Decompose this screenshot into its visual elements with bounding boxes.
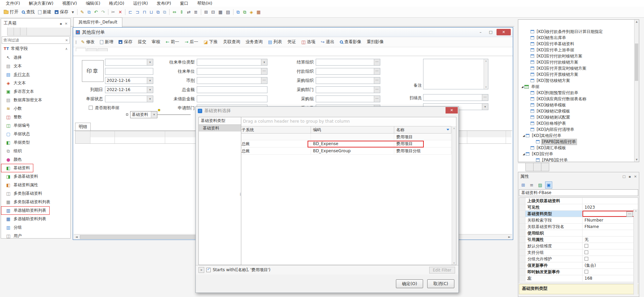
toolbar-item[interactable] — [77, 9, 77, 15]
remark-textarea[interactable]: ∧∨ — [423, 59, 488, 89]
tree-item[interactable]: [KD]应付开票定时核销方案 — [518, 65, 639, 71]
business-query-button[interactable]: 业务查询 — [243, 39, 265, 45]
tree-item[interactable]: [KD]销售出库单 — [518, 35, 639, 41]
grid-column-header[interactable] — [75, 131, 90, 137]
date-field[interactable]: 2022-12-16 — [105, 77, 153, 84]
property-value[interactable]: 168 — [582, 275, 638, 281]
find-button[interactable]: 查找 — [20, 8, 36, 16]
checkbox[interactable] — [585, 257, 588, 261]
toolbox-tab[interactable] — [14, 28, 20, 35]
menu-item[interactable]: 运行(R) — [129, 0, 152, 7]
scrollbar-thumb[interactable] — [635, 43, 638, 81]
toolbar-item[interactable] — [108, 9, 108, 15]
basedata-type-item[interactable]: 基础资料 — [199, 125, 241, 132]
push-down-button[interactable]: ◪下推 — [201, 39, 220, 45]
align-bottom-icon[interactable]: ⊔ — [148, 8, 155, 16]
property-value[interactable]: FNumber — [582, 217, 638, 223]
align-right-icon[interactable]: ⊐ — [134, 8, 141, 16]
property-value[interactable] — [582, 211, 638, 217]
property-value[interactable] — [582, 230, 638, 236]
textarea-scrollbar[interactable]: ∧∨ — [484, 59, 488, 89]
grid-add-icon[interactable]: ⊞ — [203, 8, 210, 16]
property-value[interactable]: FName — [582, 224, 638, 230]
grid-cell[interactable] — [506, 137, 511, 143]
link-icon[interactable]: ⧉ — [155, 8, 161, 16]
form-field[interactable] — [197, 59, 267, 66]
swap-icon[interactable]: ⇄ — [185, 8, 192, 16]
pin-icon[interactable]: ▪ — [60, 22, 62, 25]
save-dropdown-icon[interactable]: ▾ — [70, 8, 76, 16]
basedata-type-header[interactable]: 基础资料类型 — [199, 117, 241, 125]
basedata-row-expensegroup[interactable]: 总账 BD_ExpenseGroup 费用项目分组 — [240, 147, 456, 155]
properties-scrollbar[interactable]: ∧ — [633, 209, 638, 295]
toolbox-tab[interactable] — [1, 28, 7, 36]
property-row[interactable]: 值更新事件 (集合) — [519, 262, 638, 269]
expander-icon[interactable]: ◢ — [520, 85, 524, 88]
grid-column-header[interactable] — [506, 131, 511, 137]
clear-filter-icon[interactable]: ✕ — [64, 38, 69, 42]
same-width-icon[interactable]: ⇔ — [171, 8, 178, 16]
bill-no-field[interactable] — [105, 68, 153, 75]
property-value[interactable]: 1023 — [582, 204, 638, 210]
object-selector[interactable]: 基础资料-FBase — [519, 189, 638, 196]
checkbox[interactable] — [585, 270, 588, 274]
merge-cells-icon[interactable]: ▦ — [217, 8, 224, 16]
pin-icon[interactable]: ▪ — [629, 175, 631, 178]
form-field[interactable] — [316, 59, 380, 66]
ok-button[interactable]: 确定(O) — [396, 279, 423, 288]
tree-item[interactable]: ◢单据 — [518, 84, 639, 90]
toolbar-item[interactable] — [233, 9, 233, 15]
toolbox-item-multiline-text[interactable]: ▤多行文本 — [1, 70, 33, 79]
toolbox-tab[interactable] — [7, 28, 14, 35]
selection-handle[interactable] — [126, 113, 128, 116]
redo-icon[interactable]: ↷ — [100, 8, 107, 16]
toolbox-item-bill-number[interactable]: ◫单据编号 — [1, 121, 33, 130]
tree-item[interactable]: [KD]核销单模板 — [518, 102, 639, 108]
form-tab[interactable] — [76, 48, 86, 51]
maximize-icon[interactable]: □ — [622, 175, 625, 178]
close-icon[interactable]: ✕ — [634, 175, 637, 178]
categorized-button[interactable]: ⊞ — [520, 181, 527, 189]
align-top-icon[interactable]: ⊓ — [141, 8, 148, 16]
property-value[interactable]: (集合) — [582, 262, 638, 268]
property-row[interactable]: 关联检索字段 FNumber — [519, 217, 638, 224]
property-row[interactable]: 左 168 — [519, 275, 638, 282]
toolbox-item-basedata[interactable]: ◧基础资料 — [1, 164, 33, 172]
data-grid-icon[interactable]: ▦ — [255, 8, 262, 16]
tree-item[interactable]: [KD]收付款条件到期日计算日期指定 — [518, 29, 639, 35]
form-tab[interactable] — [98, 48, 108, 51]
column-name[interactable]: 名称 — [394, 126, 451, 134]
grid-cell[interactable] — [467, 137, 506, 143]
filter-enabled-checkbox[interactable] — [206, 268, 211, 272]
next-button[interactable]: →后一 — [182, 39, 201, 45]
tree-item[interactable]: [PAPB]应付单 — [518, 157, 639, 162]
bring-front-icon[interactable]: ⧉ — [235, 8, 241, 16]
toolbox-item-basedata-attr[interactable]: ◧基础资料属性 — [1, 181, 41, 189]
bill-status-field[interactable] — [105, 95, 153, 102]
grid-remove-icon[interactable]: ⊟ — [210, 8, 217, 16]
right-panel-tab[interactable] — [541, 163, 549, 171]
modify-button[interactable]: ✎修改 — [79, 39, 98, 45]
property-pages-button[interactable]: ▣ — [545, 181, 552, 189]
view-image-button[interactable]: 查看影像 — [337, 39, 364, 45]
selection-handle-yellow[interactable] — [158, 109, 160, 111]
filter-input[interactable] — [2, 37, 64, 43]
expander-icon[interactable]: ◢ — [522, 153, 526, 156]
toolbox-item-select[interactable]: ↖选择 — [1, 53, 25, 62]
send-back-icon[interactable]: ⧉ — [241, 8, 248, 16]
cut-icon[interactable]: ✂ — [110, 8, 117, 16]
toolbox-item-large-text[interactable]: ◈大文本 — [1, 79, 29, 87]
toolbox-item-single-auxdata-list[interactable]: ▥单选辅助资料列表 — [1, 206, 50, 215]
toolbox-item-multi-basedata[interactable]: ◨多选基础资料 — [1, 172, 41, 181]
add-button[interactable]: 新增 — [97, 39, 116, 45]
copy-layout-icon[interactable]: ⧉ — [86, 8, 92, 16]
cancel-button[interactable]: 取消(C) — [427, 279, 454, 288]
maximize-button[interactable]: □ — [486, 29, 495, 35]
tree-item[interactable]: [KD]暂估核销方案 — [518, 77, 639, 84]
new-button[interactable]: 新建 — [36, 8, 53, 16]
form-field[interactable] — [197, 68, 267, 75]
form-field[interactable] — [197, 77, 267, 84]
property-value[interactable] — [582, 249, 638, 256]
edit-filter-button[interactable]: Edit Filter — [429, 267, 455, 274]
property-row[interactable]: 关联基础资料字段名 FName — [519, 224, 638, 230]
